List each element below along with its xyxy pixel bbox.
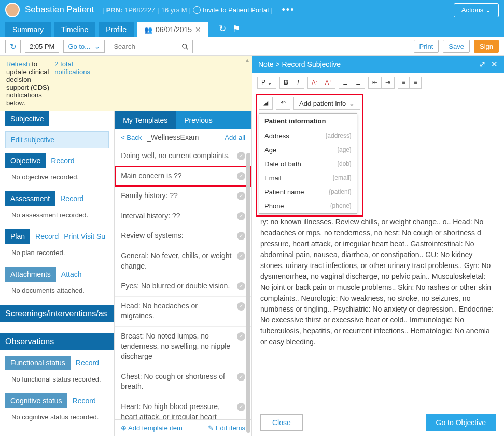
section-objective[interactable]: Objective bbox=[5, 153, 46, 168]
section-functional[interactable]: Functional status bbox=[5, 356, 71, 370]
actions-button[interactable]: Actions ⌄ bbox=[454, 3, 499, 17]
check-icon[interactable]: ✓ bbox=[237, 232, 245, 240]
tab-summary[interactable]: Summary bbox=[5, 22, 51, 37]
pi-token: {dob} bbox=[337, 160, 352, 168]
refresh-link[interactable]: Refresh bbox=[6, 60, 30, 68]
number-list-button[interactable]: ≣ bbox=[352, 77, 365, 88]
record-link[interactable]: Record bbox=[35, 232, 59, 241]
edit-items[interactable]: ✎ Edit items bbox=[208, 424, 245, 432]
template-item[interactable]: General: No fever, chills, or weight cha… bbox=[115, 246, 251, 276]
more-dots-icon[interactable]: ••• bbox=[282, 5, 295, 16]
close-button[interactable]: Close bbox=[260, 414, 303, 431]
add-all-link[interactable]: Add all bbox=[225, 134, 245, 142]
tab-profile[interactable]: Profile bbox=[99, 22, 134, 37]
section-subjective[interactable]: Subjective bbox=[5, 111, 49, 126]
section-assessment[interactable]: Assessment bbox=[5, 191, 55, 206]
section-cognitive[interactable]: Cognitive status bbox=[5, 393, 67, 408]
check-icon[interactable]: ✓ bbox=[237, 373, 245, 381]
font-larger-button[interactable]: A+ bbox=[321, 77, 335, 88]
goto-select[interactable]: Go to...⌄ bbox=[63, 40, 105, 53]
search-input[interactable] bbox=[109, 40, 177, 53]
expand-icon[interactable]: ⤢ bbox=[479, 60, 486, 69]
pi-row[interactable]: Address{address} bbox=[259, 129, 357, 143]
template-item[interactable]: Eyes: No blurred or double vision.✓ bbox=[115, 276, 251, 297]
add-patient-info-button[interactable]: Add patient info⌄ bbox=[293, 97, 360, 110]
eraser-button[interactable]: ◢ bbox=[259, 97, 273, 110]
check-icon[interactable]: ✓ bbox=[237, 332, 245, 341]
history-icon[interactable]: ↻ bbox=[219, 23, 226, 34]
tab-my-templates[interactable]: My Templates bbox=[115, 111, 176, 129]
template-item[interactable]: Heart: No high blood pressure, heart att… bbox=[115, 397, 251, 419]
note-body[interactable]: nts. Chest: No cough or ashes or other s… bbox=[252, 219, 504, 409]
undo-button[interactable]: ↶ bbox=[276, 97, 290, 110]
check-icon[interactable]: ✓ bbox=[237, 252, 245, 260]
check-icon[interactable]: ✓ bbox=[237, 403, 245, 411]
check-icon[interactable]: ✓ bbox=[237, 152, 245, 160]
save-button[interactable]: Save bbox=[443, 40, 470, 53]
print-visit-link[interactable]: Print Visit Su bbox=[64, 232, 105, 241]
tab-active-visit[interactable]: 👥 06/01/2015 ✕ bbox=[137, 22, 208, 37]
invite-link[interactable]: +Invite to Patient Portal bbox=[193, 6, 269, 14]
check-icon[interactable]: ✓ bbox=[237, 282, 245, 290]
template-list[interactable]: Doing well, no current complaints.✓Main … bbox=[115, 146, 251, 419]
template-item[interactable]: Head: No headaches or migraines.✓ bbox=[115, 297, 251, 327]
bullet-list-button[interactable]: ≣ bbox=[339, 77, 352, 88]
check-icon[interactable]: ✓ bbox=[237, 302, 245, 311]
back-link[interactable]: < Back bbox=[121, 134, 142, 142]
close-icon[interactable]: ✕ bbox=[491, 60, 498, 69]
section-attachments[interactable]: Attachments bbox=[5, 267, 56, 282]
search-button[interactable] bbox=[177, 40, 192, 53]
template-item[interactable]: Doing well, no current complaints.✓ bbox=[115, 146, 251, 166]
align-right-button[interactable]: ≡ bbox=[410, 77, 421, 88]
collapse-arrow-icon[interactable]: ▲ bbox=[245, 57, 250, 63]
check-icon[interactable]: ✓ bbox=[237, 192, 245, 200]
close-icon[interactable]: ✕ bbox=[195, 25, 201, 34]
section-plan[interactable]: Plan bbox=[5, 229, 30, 244]
sign-button[interactable]: Sign bbox=[474, 40, 499, 53]
tab-previous[interactable]: Previous bbox=[176, 111, 220, 129]
refresh-button[interactable]: ↻ bbox=[5, 40, 21, 53]
pi-row[interactable]: Patient name{patient} bbox=[259, 185, 357, 199]
check-icon[interactable]: ✓ bbox=[237, 172, 245, 180]
record-link[interactable]: Record bbox=[60, 194, 83, 203]
tab-timeline[interactable]: Timeline bbox=[54, 22, 95, 37]
notifications-link[interactable]: 2 total notifications bbox=[54, 60, 90, 107]
pi-row[interactable]: Email{email} bbox=[259, 171, 357, 185]
template-item[interactable]: Review of systems:✓ bbox=[115, 226, 251, 246]
check-icon[interactable]: ✓ bbox=[237, 212, 245, 220]
note-breadcrumb: Note > Record Subjective bbox=[258, 60, 341, 68]
outdent-button[interactable]: ⇤ bbox=[369, 77, 382, 88]
attach-link[interactable]: Attach bbox=[61, 270, 82, 278]
print-button[interactable]: Print bbox=[414, 40, 439, 53]
scrollbar-thumb[interactable] bbox=[246, 153, 250, 433]
template-item[interactable]: Interval history: ??✓ bbox=[115, 206, 251, 227]
svg-point-0 bbox=[183, 44, 187, 48]
font-smaller-button[interactable]: A- bbox=[308, 77, 321, 88]
align-left-button[interactable]: ≡ bbox=[398, 77, 410, 88]
pi-row[interactable]: Age{age} bbox=[259, 143, 357, 157]
template-item[interactable]: Chest: No cough or shortness of breath.✓ bbox=[115, 367, 251, 397]
time-display[interactable]: 2:05 PM bbox=[25, 40, 59, 53]
add-template-item[interactable]: ⊕ Add template item bbox=[121, 424, 183, 432]
section-screenings[interactable]: Screenings/interventions/as bbox=[0, 305, 114, 322]
go-to-objective-button[interactable]: Go to Objective bbox=[426, 414, 496, 431]
record-link[interactable]: Record bbox=[76, 359, 99, 367]
template-name: _WellnessExam bbox=[147, 133, 199, 142]
chevron-down-icon: ⌄ bbox=[94, 43, 100, 50]
edit-subjective-button[interactable]: Edit subjective bbox=[5, 131, 109, 148]
indent-button[interactable]: ⇥ bbox=[382, 77, 394, 88]
template-item[interactable]: Family history: ??✓ bbox=[115, 186, 251, 206]
section-observations[interactable]: Observations bbox=[0, 333, 114, 350]
pi-row[interactable]: Date of birth{dob} bbox=[259, 157, 357, 171]
flag-icon[interactable]: ⚑ bbox=[232, 23, 240, 34]
template-item[interactable]: Breast: No noted lumps, no tenderness, n… bbox=[115, 327, 251, 367]
italic-button[interactable]: I bbox=[292, 77, 304, 88]
record-link[interactable]: Record bbox=[73, 397, 96, 405]
pi-row[interactable]: Phone{phone} bbox=[259, 199, 357, 213]
avatar[interactable] bbox=[5, 3, 20, 17]
paragraph-select[interactable]: P ⌄ bbox=[258, 77, 276, 88]
bold-button[interactable]: B bbox=[280, 77, 292, 88]
record-link[interactable]: Record bbox=[51, 157, 74, 165]
pi-label: Date of birth bbox=[264, 160, 301, 168]
template-item[interactable]: Main concern is ??✓ bbox=[115, 166, 251, 187]
